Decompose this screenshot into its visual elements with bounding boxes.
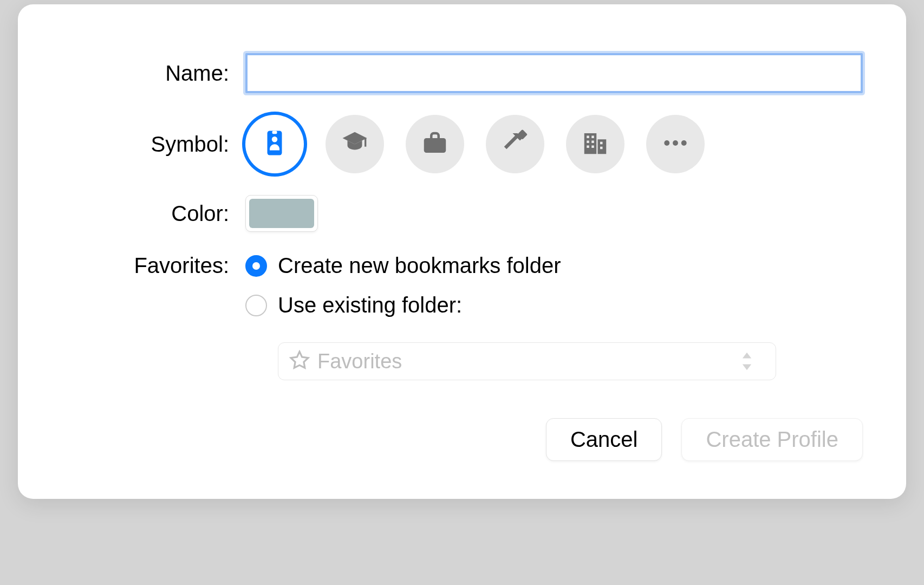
create-profile-dialog: Name: Symbol: [18,4,906,499]
more-icon [661,128,690,160]
buildings-icon [581,128,610,160]
radio-create-new[interactable]: Create new bookmarks folder [245,253,863,278]
svg-point-18 [681,140,687,146]
name-row: Name: [61,53,863,93]
cancel-button[interactable]: Cancel [546,418,662,461]
symbol-option-graduation-cap[interactable] [326,115,384,173]
radio-button-create [245,255,267,277]
folder-select-value: Favorites [317,350,737,373]
svg-point-16 [664,140,669,146]
svg-rect-10 [587,141,589,144]
favorites-radio-group: Create new bookmarks folder Use existing… [245,253,863,380]
symbol-option-briefcase[interactable] [406,115,464,173]
svg-rect-6 [584,133,597,154]
favorites-row: Favorites: Create new bookmarks folder U… [61,253,863,380]
symbol-option-hammer[interactable] [486,115,544,173]
star-icon [289,350,317,373]
favorites-label: Favorites: [61,253,245,278]
svg-rect-4 [424,138,446,153]
symbol-row: Symbol: [61,115,863,173]
color-swatch [249,199,314,228]
svg-rect-11 [591,141,594,144]
hammer-icon [500,128,530,160]
svg-rect-12 [587,146,589,148]
briefcase-icon [420,128,450,160]
badge-icon [260,128,289,160]
graduation-cap-icon [340,128,369,160]
symbol-option-buildings[interactable] [566,115,624,173]
chevron-up-down-icon [737,351,765,372]
svg-rect-9 [591,136,594,139]
radio-button-existing [245,295,267,316]
color-row: Color: [61,195,863,232]
symbol-option-badge[interactable] [245,115,304,173]
dialog-button-row: Cancel Create Profile [61,418,863,461]
radio-label-existing: Use existing folder: [278,293,462,317]
svg-rect-14 [600,142,603,145]
svg-rect-2 [272,131,277,134]
svg-rect-15 [600,147,603,150]
symbol-options [245,115,863,173]
create-profile-button[interactable]: Create Profile [681,418,863,461]
svg-rect-13 [591,146,594,148]
color-picker[interactable] [245,195,318,232]
svg-rect-3 [365,138,366,147]
existing-folder-select[interactable]: Favorites [278,342,776,380]
svg-point-17 [673,140,678,146]
name-label: Name: [61,61,245,86]
symbol-label: Symbol: [61,132,245,157]
color-label: Color: [61,202,245,226]
name-input[interactable] [245,53,863,93]
radio-use-existing[interactable]: Use existing folder: [245,293,863,317]
svg-rect-8 [587,136,589,139]
svg-rect-0 [268,131,282,155]
symbol-option-more[interactable] [646,115,705,173]
radio-label-create: Create new bookmarks folder [278,253,561,278]
svg-point-1 [272,136,277,142]
